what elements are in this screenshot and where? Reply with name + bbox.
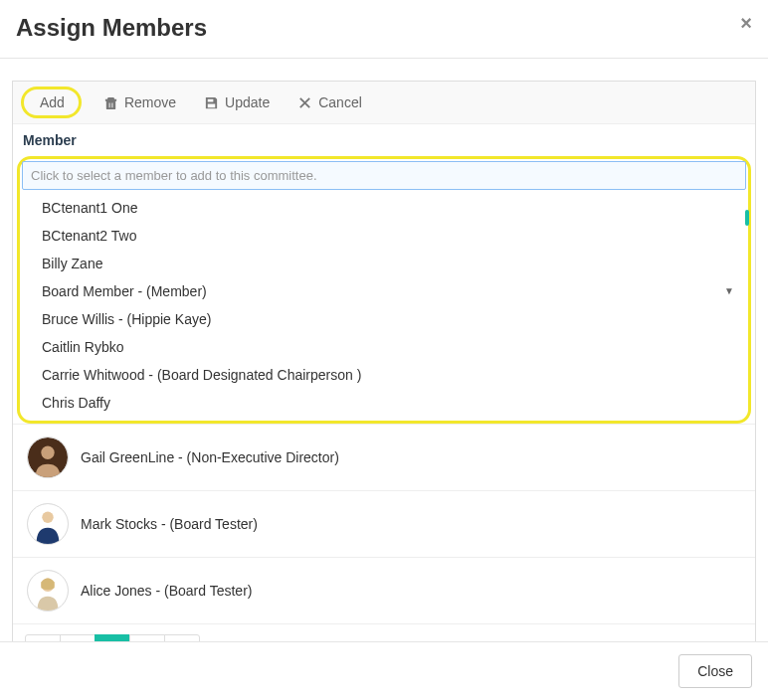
grid-toolbar: Add Remove Update Cancel xyxy=(13,82,755,124)
add-button[interactable]: Add xyxy=(21,87,82,118)
remove-label: Remove xyxy=(124,94,176,110)
member-select[interactable]: Click to select a member to add to this … xyxy=(17,156,751,424)
dropdown-option[interactable]: BCtenant1 One xyxy=(22,194,746,222)
cancel-button[interactable]: Cancel xyxy=(297,94,362,110)
scrollbar-thumb[interactable] xyxy=(745,210,749,226)
avatar xyxy=(27,437,69,478)
member-row[interactable]: Alice Jones - (Board Tester) xyxy=(13,558,755,623)
dropdown-option[interactable]: Board Member - (Member) xyxy=(22,277,746,305)
svg-point-1 xyxy=(41,446,54,459)
dropdown-option[interactable]: Chris Daffy xyxy=(22,389,746,417)
member-dropdown: BCtenant1 One BCtenant2 Two Billy Zane B… xyxy=(22,190,746,419)
close-icon[interactable]: × xyxy=(740,12,752,35)
column-header-member: Member xyxy=(13,124,755,156)
dropdown-option[interactable]: Billy Zane xyxy=(22,250,746,277)
members-grid: Add Remove Update Cancel Member Click to… xyxy=(12,81,756,681)
chevron-down-icon: ▼ xyxy=(724,284,734,295)
member-label: Gail GreenLine - (Non-Executive Director… xyxy=(81,449,339,465)
save-icon xyxy=(204,95,219,110)
member-list: Gail GreenLine - (Non-Executive Director… xyxy=(13,424,755,623)
dropdown-option[interactable]: Bruce Willis - (Hippie Kaye) xyxy=(22,305,746,333)
page-title: Assign Members xyxy=(16,14,752,42)
dropdown-option[interactable]: Carrie Whitwood - (Board Designated Chai… xyxy=(22,361,746,389)
dropdown-option[interactable]: BCtenant2 Two xyxy=(22,222,746,250)
member-label: Alice Jones - (Board Tester) xyxy=(81,583,252,599)
member-row[interactable]: Gail GreenLine - (Non-Executive Director… xyxy=(13,425,755,491)
add-label: Add xyxy=(40,94,65,110)
member-label: Mark Stocks - (Board Tester) xyxy=(81,516,258,532)
cancel-label: Cancel xyxy=(318,94,362,110)
update-button[interactable]: Update xyxy=(204,94,270,110)
avatar xyxy=(27,570,69,612)
modal-footer: Close xyxy=(0,641,768,700)
dropdown-option[interactable]: Caitlin Rybko xyxy=(22,333,746,361)
svg-point-3 xyxy=(42,512,53,523)
close-button[interactable]: Close xyxy=(678,654,752,688)
trash-icon xyxy=(103,95,118,110)
member-row[interactable]: Mark Stocks - (Board Tester) xyxy=(13,491,755,558)
avatar xyxy=(27,503,69,545)
x-icon xyxy=(297,95,312,110)
member-select-placeholder[interactable]: Click to select a member to add to this … xyxy=(22,161,746,190)
update-label: Update xyxy=(225,94,270,110)
remove-button[interactable]: Remove xyxy=(103,94,176,110)
